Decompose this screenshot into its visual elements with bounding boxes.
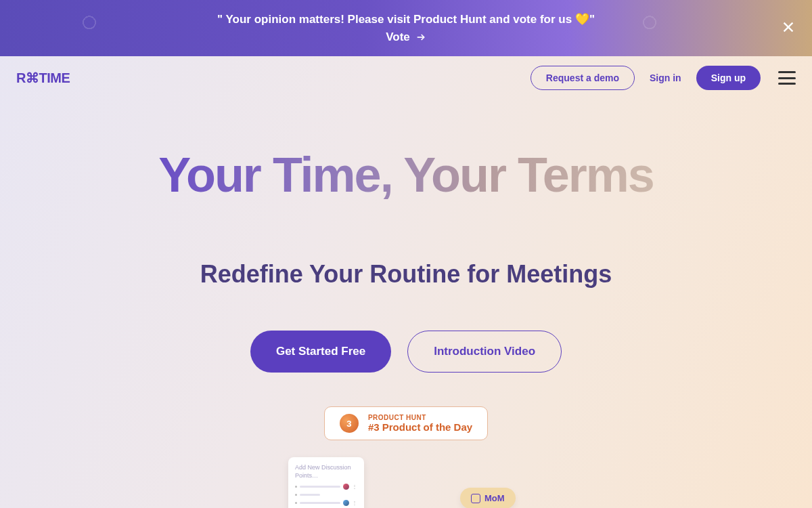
vote-label: Vote [386, 30, 410, 44]
discussion-card: Add New Discussion Points… ⋮ ⋮ [288, 457, 364, 508]
hero-subtitle: Redefine Your Routine for Meetings [0, 260, 812, 289]
request-demo-button[interactable]: Request a demo [531, 66, 635, 90]
product-hunt-badge[interactable]: 3 PRODUCT HUNT #3 Product of the Day [324, 406, 488, 440]
avatar-icon [343, 500, 349, 506]
sign-in-link[interactable]: Sign in [646, 67, 685, 89]
preview-area: Add New Discussion Points… ⋮ ⋮ MoM [0, 457, 812, 508]
arrow-right-icon [415, 32, 426, 43]
announcement-text: " Your opinion matters! Please visit Pro… [16, 12, 796, 26]
discussion-card-title: Add New Discussion Points… [295, 464, 357, 480]
logo[interactable]: R⌘TIME [16, 70, 70, 86]
calendar-icon [471, 494, 480, 503]
mom-label: MoM [484, 493, 505, 503]
hero: Your Time, Your Terms Redefine Your Rout… [0, 100, 812, 508]
cta-row: Get Started Free Introduction Video [0, 331, 812, 373]
sign-up-button[interactable]: Sign up [696, 66, 761, 90]
avatar-icon [343, 484, 349, 490]
menu-icon[interactable] [778, 71, 796, 85]
ph-title: #3 Product of the Day [368, 421, 472, 433]
vote-link[interactable]: Vote [386, 30, 426, 44]
header: R⌘TIME Request a demo Sign in Sign up [0, 56, 812, 100]
mom-pill[interactable]: MoM [460, 488, 516, 508]
intro-video-button[interactable]: Introduction Video [407, 331, 562, 373]
close-icon[interactable] [781, 20, 796, 37]
medal-icon: 3 [340, 414, 359, 433]
ph-label: PRODUCT HUNT [368, 414, 472, 421]
hero-title: Your Time, Your Terms [0, 147, 812, 203]
announcement-bar: " Your opinion matters! Please visit Pro… [0, 0, 812, 56]
get-started-button[interactable]: Get Started Free [250, 331, 391, 373]
